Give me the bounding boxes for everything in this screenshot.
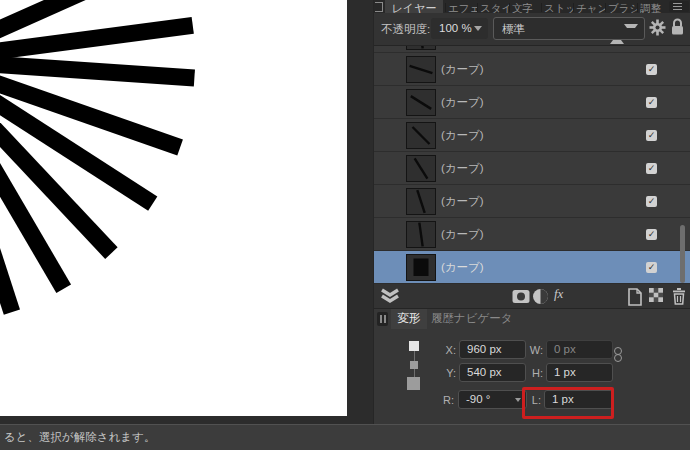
- w-label: W:: [523, 344, 543, 356]
- y-label: Y:: [436, 367, 456, 379]
- r-dropdown[interactable]: -90 °: [458, 390, 527, 409]
- blend-mode-select[interactable]: 標準: [493, 17, 645, 40]
- opacity-dropdown[interactable]: 100 %: [431, 18, 488, 39]
- ray-stroke[interactable]: [0, 52, 195, 87]
- opacity-row: 不透明度: 100 % 標準: [374, 13, 690, 46]
- link-dimensions-icon[interactable]: [614, 347, 622, 363]
- stepper-icon: [602, 23, 638, 46]
- chevron-down-icon: [474, 26, 482, 31]
- layer-row[interactable]: (カーブ)✓: [374, 46, 690, 53]
- adjustment-icon[interactable]: [532, 288, 549, 305]
- layer-row[interactable]: (カーブ)✓: [374, 218, 690, 251]
- tab-layers[interactable]: レイヤー: [385, 0, 443, 13]
- tab-history[interactable]: 履歴: [431, 309, 454, 329]
- r-value: -90 °: [466, 393, 490, 405]
- layer-visibility-checkbox[interactable]: ✓: [646, 229, 657, 240]
- panel-tab[interactable]: 文字: [510, 0, 541, 13]
- anchor-point-middle[interactable]: [410, 361, 418, 369]
- x-label: X:: [436, 344, 456, 356]
- layer-row[interactable]: (カーブ)✓: [374, 119, 690, 152]
- new-pixel-layer-icon[interactable]: [649, 288, 663, 302]
- status-bar: ると、選択が解除されます。: [0, 424, 690, 450]
- l-label: L:: [521, 394, 541, 406]
- panel-tab[interactable]: ストック: [542, 0, 573, 13]
- panel-tab[interactable]: ブラシ: [606, 0, 637, 13]
- r-label: R:: [434, 394, 454, 406]
- gear-icon[interactable]: [649, 19, 666, 36]
- document-canvas[interactable]: [0, 0, 347, 416]
- panel-tab-bar: レイヤー エフェクトスタイル文字ストックチャンネルブラシ調整: [374, 0, 690, 13]
- tab-navigator[interactable]: ナビゲータ: [454, 309, 513, 329]
- layer-visibility-checkbox[interactable]: ✓: [646, 163, 657, 174]
- w-field[interactable]: 0 px: [546, 340, 613, 359]
- layer-thumbnail[interactable]: [406, 46, 436, 50]
- h-label: H:: [523, 367, 543, 379]
- layers-studio-panel: レイヤー エフェクトスタイル文字ストックチャンネルブラシ調整 不透明度: 100…: [373, 0, 690, 424]
- panel-tab[interactable]: エフェクト: [446, 0, 477, 13]
- layer-row[interactable]: (カーブ)✓: [374, 53, 690, 86]
- layer-thumbnail[interactable]: [406, 188, 436, 215]
- opacity-value: 100 %: [431, 22, 472, 34]
- layer-row[interactable]: (カーブ)✓: [374, 251, 690, 284]
- layer-label: (カーブ): [441, 194, 484, 209]
- layer-label: (カーブ): [441, 161, 484, 176]
- layer-row[interactable]: (カーブ)✓: [374, 152, 690, 185]
- fx-icon[interactable]: fx: [554, 286, 563, 302]
- lock-icon[interactable]: [670, 17, 685, 36]
- panel-tab[interactable]: チャンネル: [574, 0, 605, 13]
- bottom-tab-bar: 変形 履歴 ナビゲータ: [374, 309, 690, 329]
- layer-thumbnail[interactable]: [406, 122, 436, 149]
- blend-mode-value: 標準: [494, 23, 525, 35]
- layer-thumbnail[interactable]: [406, 254, 436, 281]
- layer-visibility-checkbox[interactable]: ✓: [646, 64, 657, 75]
- layer-list: (カーブ)✓(カーブ)✓(カーブ)✓(カーブ)✓(カーブ)✓(カーブ)✓(カーブ…: [374, 46, 690, 284]
- layer-row[interactable]: (カーブ)✓: [374, 86, 690, 119]
- layer-label: (カーブ): [441, 227, 484, 242]
- status-text: ると、選択が解除されます。: [4, 430, 155, 445]
- layer-label: (カーブ): [441, 95, 484, 110]
- tab-divider: [449, 313, 450, 324]
- layer-label: (カーブ): [441, 62, 484, 77]
- tab-transform[interactable]: 変形: [391, 309, 427, 329]
- layer-visibility-checkbox[interactable]: ✓: [646, 262, 657, 273]
- new-layer-icon[interactable]: [627, 288, 643, 306]
- x-field[interactable]: 960 px: [459, 340, 526, 359]
- layer-visibility-checkbox[interactable]: ✓: [646, 130, 657, 141]
- opacity-label: 不透明度:: [381, 22, 430, 37]
- arrange-chevrons-icon[interactable]: [380, 288, 400, 304]
- panel-drag-handle[interactable]: [377, 312, 388, 326]
- layer-visibility-checkbox[interactable]: ✓: [646, 196, 657, 207]
- layer-label: (カーブ): [441, 260, 484, 275]
- layer-thumbnail[interactable]: [406, 155, 436, 182]
- y-field[interactable]: 540 px: [459, 363, 526, 382]
- anchor-point-top[interactable]: [409, 341, 419, 351]
- layer-thumbnail[interactable]: [406, 56, 436, 83]
- panel-grid-icon: [375, 2, 383, 12]
- sunburst-rays: [0, 0, 347, 416]
- panel-tab[interactable]: スタイル: [478, 0, 509, 13]
- layer-thumbnail[interactable]: [406, 89, 436, 116]
- scrollbar-thumb[interactable]: [680, 225, 685, 283]
- layer-visibility-checkbox[interactable]: ✓: [646, 97, 657, 108]
- l-field[interactable]: 1 px: [544, 390, 613, 409]
- layer-row[interactable]: (カーブ)✓: [374, 185, 690, 218]
- panel-tab[interactable]: 調整: [638, 0, 667, 13]
- layers-footer-bar: fx: [374, 284, 690, 309]
- anchor-point-bottom[interactable]: [407, 377, 420, 390]
- trash-icon[interactable]: [672, 288, 686, 305]
- layer-label: (カーブ): [441, 128, 484, 143]
- panel-tab-strip: エフェクトスタイル文字ストックチャンネルブラシ調整: [445, 0, 667, 13]
- mask-layer-icon[interactable]: [512, 288, 530, 305]
- h-field[interactable]: 1 px: [546, 363, 613, 382]
- panel-menu-icon[interactable]: [669, 1, 689, 12]
- layer-thumbnail[interactable]: [406, 221, 436, 248]
